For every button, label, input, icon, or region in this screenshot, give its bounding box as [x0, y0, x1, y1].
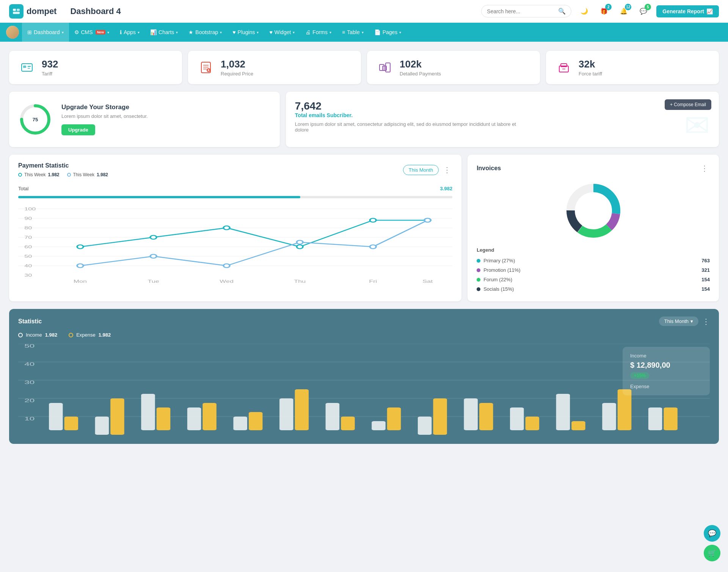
search-input[interactable]	[487, 8, 555, 14]
svg-rect-1	[17, 9, 20, 11]
svg-text:30: 30	[24, 273, 32, 277]
promotion-value: 321	[701, 267, 710, 273]
nav-item-plugins[interactable]: ♥ Plugins ▾	[227, 23, 264, 42]
payment-chart-card: Payment Statistic This Week 1.982 This W…	[9, 155, 461, 301]
stat-card-force-tariff: 32k Force tariff	[546, 51, 719, 84]
required-price-info: 1,032 Required Price	[221, 58, 253, 77]
svg-rect-14	[380, 64, 384, 71]
svg-rect-78	[202, 403, 216, 430]
force-tariff-info: 32k Force tariff	[579, 58, 602, 77]
gift-button[interactable]: 🎁 2	[597, 5, 611, 18]
payments-icon	[376, 59, 394, 76]
payments-info: 102k Detalled Payments	[400, 58, 441, 77]
legend-label-1: This Week	[73, 172, 94, 177]
apps-nav-icon: ℹ	[120, 29, 122, 35]
tariff-icon	[18, 59, 36, 76]
bar-chart-wrap: 50 40 30 20 10	[18, 344, 710, 436]
main-content: 932 Tariff 1,032 Required Price 102k Det…	[0, 42, 728, 461]
bell-button[interactable]: 🔔 12	[617, 5, 631, 18]
expense-legend-label: Expense	[76, 332, 96, 338]
nav-item-table[interactable]: ≡ Table ▾	[337, 23, 369, 42]
payment-chart-left: Payment Statistic This Week 1.982 This W…	[18, 162, 108, 177]
primary-dot	[477, 259, 480, 263]
invoices-title: Invoices	[477, 165, 501, 172]
stat-filter-label: This Month	[664, 318, 689, 324]
inv-legend-promotion: Promotion (11%) 321	[477, 265, 710, 275]
storage-info: Upgrade Your Storage Lorem ipsum dolor s…	[61, 103, 148, 135]
mid-row: 75 Upgrade Your Storage Lorem ipsum dolo…	[9, 92, 719, 147]
nav-item-widget[interactable]: ♥ Widget ▾	[264, 23, 300, 42]
dashboard-nav-label: Dashboard	[34, 29, 60, 35]
logo-icon	[9, 4, 24, 19]
svg-rect-74	[110, 398, 124, 435]
payment-chart-controls: This Month ⋮	[403, 164, 452, 176]
svg-text:80: 80	[24, 226, 32, 230]
payment-filter-button[interactable]: This Month	[403, 165, 439, 175]
svg-rect-95	[602, 403, 616, 430]
stat-card-payments: 102k Detalled Payments	[367, 51, 540, 84]
chat-badge: 5	[645, 4, 651, 10]
force-tariff-icon	[555, 59, 573, 76]
stat-controls: This Month ▾ ⋮	[659, 317, 710, 326]
legend-value-1: 1.982	[97, 172, 108, 177]
payment-chart-legend: This Week 1.982 This Week 1.982	[18, 172, 108, 177]
income-info-card: Income $ 12,890,00 +15% Expense	[623, 347, 710, 395]
widget-nav-label: Widget	[275, 29, 291, 35]
svg-rect-2	[13, 12, 20, 14]
nav-item-forms[interactable]: 🖨 Forms ▾	[300, 23, 337, 42]
payments-label: Detalled Payments	[400, 71, 441, 77]
svg-rect-93	[556, 394, 570, 430]
primary-value: 763	[701, 258, 710, 263]
charts-nav-icon: 📊	[150, 29, 157, 35]
socials-label: Socials (15%)	[483, 286, 514, 292]
svg-text:70: 70	[24, 235, 32, 240]
nav-item-pages[interactable]: 📄 Pages ▾	[369, 23, 407, 42]
invoices-more-button[interactable]: ⋮	[699, 162, 710, 174]
widget-nav-icon: ♥	[269, 29, 272, 35]
email-subtitle: Total emails Subcriber.	[295, 112, 710, 118]
stat-card-tariff: 932 Tariff	[9, 51, 182, 84]
nav-item-apps[interactable]: ℹ Apps ▾	[115, 23, 145, 42]
svg-text:Wed: Wed	[220, 279, 234, 284]
stat-filter-button[interactable]: This Month ▾	[659, 317, 698, 326]
invoices-donut-svg	[563, 180, 624, 241]
income-legend-dot	[18, 333, 23, 337]
generate-report-button[interactable]: Generate Report 📈	[656, 5, 719, 17]
inv-legend-primary-label: Primary (27%)	[477, 258, 515, 263]
svg-rect-76	[157, 407, 170, 430]
bootstrap-nav-icon: ★	[188, 29, 193, 35]
search-icon[interactable]: 🔍	[558, 8, 566, 15]
svg-point-51	[223, 264, 229, 268]
svg-text:40: 40	[24, 362, 35, 367]
svg-rect-73	[95, 417, 109, 435]
required-price-icon	[197, 59, 215, 76]
nav-item-charts[interactable]: 📊 Charts ▾	[145, 23, 183, 42]
nav-item-cms[interactable]: ⚙ CMS New ▾	[69, 23, 115, 42]
charts-nav-label: Charts	[158, 29, 174, 35]
search-box[interactable]: 🔍	[481, 5, 571, 17]
svg-rect-81	[279, 398, 293, 430]
nav-item-bootstrap[interactable]: ★ Bootstrap ▾	[183, 23, 227, 42]
svg-rect-0	[13, 9, 16, 11]
payments-value: 102k	[400, 58, 441, 70]
svg-point-43	[77, 245, 83, 249]
moon-toggle[interactable]: 🌙	[577, 5, 591, 18]
svg-point-46	[297, 245, 303, 249]
apps-nav-label: Apps	[124, 29, 136, 35]
forms-chevron-icon: ▾	[329, 30, 331, 34]
nav-item-dashboard[interactable]: ⊞ Dashboard ▾	[22, 23, 69, 42]
svg-text:60: 60	[24, 244, 32, 249]
plugins-nav-icon: ♥	[232, 29, 235, 35]
upgrade-button[interactable]: Upgrade	[61, 124, 95, 135]
payment-more-button[interactable]: ⋮	[442, 164, 452, 176]
pages-chevron-icon: ▾	[399, 30, 401, 34]
moon-icon: 🌙	[581, 8, 588, 15]
svg-text:Mon: Mon	[74, 279, 87, 284]
chat-button[interactable]: 💬 5	[637, 5, 650, 18]
gift-badge: 2	[605, 4, 612, 10]
charts-row: Payment Statistic This Week 1.982 This W…	[9, 155, 719, 301]
dashboard-chevron-icon: ▾	[62, 30, 64, 34]
email-count: 7,642	[295, 100, 710, 112]
progress-bar	[18, 196, 300, 198]
stat-more-button[interactable]: ⋮	[702, 317, 710, 326]
